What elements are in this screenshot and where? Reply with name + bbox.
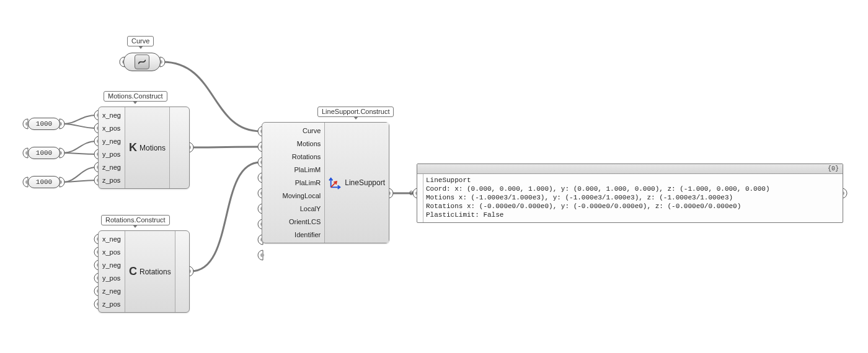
coordinate-axes-icon <box>329 176 342 190</box>
number-slider-1[interactable]: 1000 <box>28 118 60 130</box>
port-z-pos[interactable]: z_pos <box>102 175 121 186</box>
motions-nickname-area: K Motions <box>125 107 170 188</box>
port-motions[interactable]: Motions <box>266 138 321 149</box>
rotations-construct-component[interactable]: x_neg x_pos y_neg y_pos z_neg z_pos C Ro… <box>98 230 190 313</box>
number-slider-3[interactable]: 1000 <box>28 176 60 188</box>
port-movinglocal[interactable]: MovingLocal <box>266 190 321 201</box>
port-y-pos[interactable]: y_pos <box>102 149 121 160</box>
curve-param[interactable] <box>123 53 161 71</box>
port-localy[interactable]: LocalY <box>266 203 321 214</box>
panel-path: {0} <box>828 165 839 173</box>
svg-line-36 <box>331 181 337 187</box>
panel-line-2: Motions x: (-1.000e3/1.000e3), y: (-1.00… <box>426 194 733 201</box>
panel-line-3: Rotations x: (-0.000e0/0.000e0), y: (-0.… <box>426 203 741 210</box>
port-plalimr[interactable]: PlaLimR <box>266 177 321 188</box>
panel-line-0: LineSupport <box>426 176 471 184</box>
linesupport-nickname: LineSupport <box>345 178 385 187</box>
port-x-pos[interactable]: x_pos <box>102 123 121 134</box>
port-y-neg[interactable]: y_neg <box>102 259 121 271</box>
rotational-c-icon: C <box>129 265 137 278</box>
curve-param-label: Curve <box>127 36 154 46</box>
panel-body: LineSupport Coord: x: (0.000, 0.000, 1.0… <box>417 174 843 221</box>
linesupport-construct-component[interactable]: Curve Motions Rotations PlaLimM PlaLimR … <box>262 122 389 243</box>
port-rotations[interactable]: Rotations <box>266 151 321 162</box>
port-z-neg[interactable]: z_neg <box>102 162 121 173</box>
slider-value: 1000 <box>36 120 52 128</box>
linesupport-comp-label: LineSupport.Construct <box>317 107 394 117</box>
slider-value: 1000 <box>36 149 52 157</box>
port-x-neg[interactable]: x_neg <box>102 233 121 245</box>
panel-left-margin <box>417 174 423 222</box>
panel-header: {0} <box>417 164 843 174</box>
panel-line-4: PlasticLimit: False <box>426 211 503 219</box>
panel-stream-index: 0 <box>409 190 414 197</box>
motions-comp-label: Motions.Construct <box>104 91 167 102</box>
curve-icon <box>135 54 149 69</box>
port-plalimm[interactable]: PlaLimM <box>266 164 321 175</box>
rotations-nickname: Rotations <box>140 268 171 276</box>
port-z-pos[interactable]: z_pos <box>102 299 121 310</box>
port-orientlcs[interactable]: OrientLCS <box>266 216 321 227</box>
port-y-pos[interactable]: y_pos <box>102 272 121 284</box>
rotations-nickname-area: C Rotations <box>125 231 175 312</box>
port-z-neg[interactable]: z_neg <box>102 285 121 297</box>
motions-nickname: Motions <box>140 144 166 152</box>
motions-construct-component[interactable]: x_neg x_pos y_neg y_pos z_neg z_pos K Mo… <box>98 107 190 189</box>
port-x-neg[interactable]: x_neg <box>102 110 121 121</box>
rotations-comp-label: Rotations.Construct <box>101 215 170 225</box>
stiffness-k-icon: K <box>129 141 137 154</box>
panel-line-1: Coord: x: (0.000, 0.000, 1.000), y: (0.0… <box>426 185 770 193</box>
svg-point-30 <box>260 253 264 257</box>
slider-value: 1000 <box>36 178 52 186</box>
port-x-pos[interactable]: x_pos <box>102 246 121 258</box>
port-identifier[interactable]: Identifier <box>266 229 321 240</box>
output-panel[interactable]: {0} LineSupport Coord: x: (0.000, 0.000,… <box>417 163 843 223</box>
linesupport-nickname-area: LineSupport <box>324 123 389 243</box>
port-y-neg[interactable]: y_neg <box>102 136 121 147</box>
port-curve[interactable]: Curve <box>266 125 321 136</box>
number-slider-2[interactable]: 1000 <box>28 147 60 159</box>
